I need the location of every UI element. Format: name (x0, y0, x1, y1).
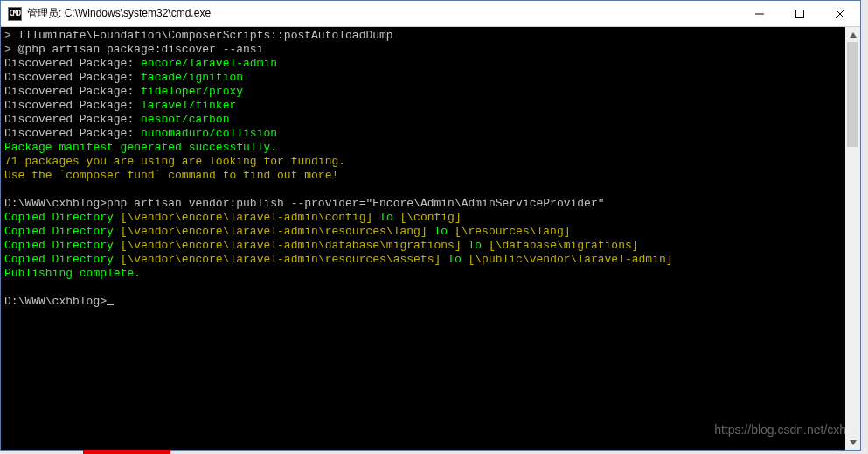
terminal-text: Discovered Package: (4, 57, 141, 70)
terminal-text: D:\WWW\cxhblog> (4, 295, 107, 308)
terminal-text: facade/ignition (141, 71, 243, 84)
terminal-text: [\database\migrations] (489, 239, 639, 252)
terminal-text: Copied Directory (4, 239, 121, 252)
terminal-line: Package manifest generated successfully. (4, 141, 842, 155)
cursor (107, 304, 114, 305)
terminal-text: fideloper/proxy (141, 85, 243, 98)
chevron-down-icon (850, 440, 857, 445)
terminal-line: Copied Directory [\vendor\encore\laravel… (4, 239, 842, 253)
terminal-line: Use the `composer fund` command to find … (4, 169, 842, 183)
terminal-line: Discovered Package: nesbot/carbon (4, 113, 842, 127)
cmd-icon: CMD (8, 7, 22, 21)
terminal-text: nunomaduro/collision (141, 127, 277, 140)
terminal-text: [\config] (400, 211, 462, 224)
terminal-line: Copied Directory [\vendor\encore\laravel… (4, 225, 842, 239)
terminal-line: Discovered Package: nunomaduro/collision (4, 127, 842, 141)
terminal-text: To (372, 211, 399, 224)
terminal-text: Discovered Package: (4, 113, 141, 126)
terminal-text: Discovered Package: (4, 85, 141, 98)
scroll-up-button[interactable] (845, 27, 860, 42)
maximize-icon (795, 10, 804, 18)
terminal-text: Copied Directory (4, 225, 121, 238)
scroll-down-button[interactable] (845, 435, 860, 450)
terminal-text: encore/laravel-admin (141, 57, 277, 70)
terminal-line: D:\WWW\cxhblog> (4, 295, 842, 309)
terminal-text: D:\WWW\cxhblog>php artisan vendor:publis… (4, 197, 605, 210)
terminal-text: [\vendor\encore\laravel-admin\resources\… (121, 225, 427, 238)
cmd-window: CMD 管理员: C:\Windows\system32\cmd.exe > I… (0, 0, 861, 451)
terminal-line: 71 packages you are using are looking fo… (4, 155, 842, 169)
terminal-text: [\vendor\encore\laravel-admin\config] (121, 211, 373, 224)
terminal-line: > @php artisan package:discover --ansi (4, 43, 842, 57)
terminal-text: Package manifest generated successfully. (4, 141, 277, 154)
terminal-text: laravel/tinker (141, 99, 236, 112)
terminal-text: Copied Directory (4, 253, 121, 266)
terminal-area: > Illuminate\Foundation\ComposerScripts:… (1, 27, 860, 450)
chevron-up-icon (850, 32, 857, 38)
close-icon (836, 10, 844, 18)
terminal-text: Discovered Package: (4, 99, 141, 112)
terminal-text: To (441, 253, 468, 266)
titlebar[interactable]: CMD 管理员: C:\Windows\system32\cmd.exe (1, 1, 860, 27)
terminal-line: Discovered Package: laravel/tinker (4, 99, 842, 113)
terminal-text: > Illuminate\Foundation\ComposerScripts:… (4, 29, 393, 42)
minimize-icon (755, 10, 764, 18)
terminal-line: > Illuminate\Foundation\ComposerScripts:… (4, 29, 842, 43)
terminal-text: > @php artisan package:discover --ansi (4, 43, 263, 56)
terminal-text: nesbot/carbon (141, 113, 229, 126)
terminal-line: D:\WWW\cxhblog>php artisan vendor:publis… (4, 197, 842, 211)
terminal-text: Use the `composer fund` command to find … (4, 169, 338, 182)
window-title: 管理员: C:\Windows\system32\cmd.exe (27, 6, 740, 21)
terminal-line: Copied Directory [\vendor\encore\laravel… (4, 253, 842, 267)
scroll-track[interactable] (845, 42, 860, 435)
svg-rect-1 (796, 10, 804, 17)
terminal-line: Discovered Package: encore/laravel-admin (4, 57, 842, 71)
red-underline (83, 450, 170, 454)
scrollbar[interactable] (845, 27, 860, 450)
terminal-output[interactable]: > Illuminate\Foundation\ComposerScripts:… (1, 27, 845, 450)
terminal-text: 71 packages you are using are looking fo… (4, 155, 345, 168)
terminal-text: [\vendor\encore\laravel-admin\database\m… (121, 239, 462, 252)
close-button[interactable] (820, 1, 860, 26)
terminal-text: [\resources\lang] (455, 225, 571, 238)
terminal-line: Copied Directory [\vendor\encore\laravel… (4, 211, 842, 225)
terminal-line: Discovered Package: facade/ignition (4, 71, 842, 85)
minimize-button[interactable] (740, 1, 780, 26)
terminal-line: Publishing complete. (4, 267, 842, 281)
terminal-text: To (462, 239, 489, 252)
maximize-button[interactable] (780, 1, 820, 26)
terminal-line (4, 281, 842, 295)
terminal-text: Copied Directory (4, 211, 121, 224)
terminal-line (4, 183, 842, 197)
scroll-thumb[interactable] (847, 42, 858, 147)
terminal-line: Discovered Package: fideloper/proxy (4, 85, 842, 99)
window-controls (740, 1, 860, 26)
terminal-text: To (427, 225, 455, 238)
terminal-text: [\vendor\encore\laravel-admin\resources\… (121, 253, 441, 266)
terminal-text: Discovered Package: (4, 71, 141, 84)
terminal-text: Publishing complete. (4, 267, 141, 280)
terminal-text: [\public\vendor\laravel-admin] (469, 253, 673, 266)
terminal-text: Discovered Package: (4, 127, 141, 140)
